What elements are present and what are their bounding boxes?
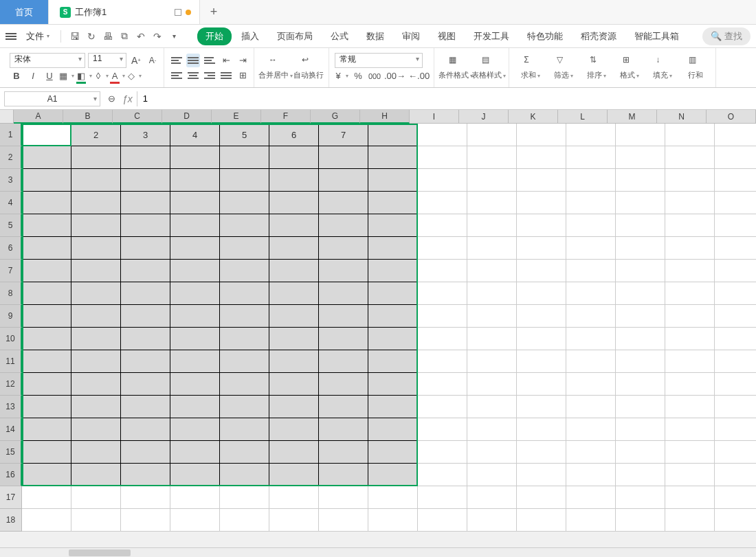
cell[interactable] [467,214,517,237]
cell[interactable] [269,464,319,486]
cell[interactable] [566,486,616,509]
col-head-F[interactable]: F [261,110,311,124]
cell[interactable] [715,373,756,396]
cell[interactable] [71,192,121,214]
cell[interactable] [665,464,715,486]
cell[interactable] [566,169,616,192]
col-head-H[interactable]: H [360,110,410,124]
cell[interactable] [319,464,368,486]
cell[interactable] [517,350,566,373]
cell[interactable] [71,146,121,169]
cell[interactable] [71,464,121,486]
row-head-7[interactable]: 7 [0,260,22,282]
table-style-button[interactable]: ▤ 表格样式 [473,49,504,86]
cell[interactable] [715,260,756,282]
cell[interactable] [368,260,418,282]
cell[interactable] [121,509,170,532]
row-head-10[interactable]: 10 [0,328,22,350]
cell[interactable] [368,418,418,441]
cell[interactable] [22,373,71,396]
cell[interactable] [121,441,170,464]
conditional-format-button[interactable]: ▦ 条件格式 [440,49,471,86]
cell[interactable] [715,350,756,373]
row-head-9[interactable]: 9 [0,305,22,328]
col-head-A[interactable]: A [14,110,63,124]
cell[interactable] [121,418,170,441]
cell[interactable] [319,328,368,350]
cell[interactable] [616,486,665,509]
cell[interactable] [170,373,220,396]
cell[interactable]: 5 [220,124,269,146]
col-head-C[interactable]: C [113,110,162,124]
cell[interactable] [269,373,319,396]
cell[interactable] [170,441,220,464]
chevron-down-icon[interactable]: ▾ [167,30,181,43]
cell[interactable] [418,486,467,509]
cell[interactable] [368,192,418,214]
cell[interactable] [616,441,665,464]
cell[interactable] [715,464,756,486]
ribbon-tab-start[interactable]: 开始 [197,27,232,45]
cell[interactable] [71,214,121,237]
cell[interactable] [715,509,756,532]
cell[interactable] [467,350,517,373]
ribbon-tab-review[interactable]: 审阅 [394,27,428,45]
col-head-M[interactable]: M [608,110,657,124]
cell[interactable] [22,282,71,305]
font-size-select[interactable]: 11 [88,53,126,68]
cell[interactable] [170,305,220,328]
cell[interactable] [22,418,71,441]
cell[interactable] [467,282,517,305]
cell[interactable] [121,214,170,237]
cell[interactable] [220,305,269,328]
cell[interactable] [220,441,269,464]
comma-button[interactable]: 000 [368,69,381,83]
cell[interactable] [665,509,715,532]
cell[interactable] [319,146,368,169]
cell[interactable] [665,305,715,328]
cell[interactable] [220,464,269,486]
cell[interactable] [418,350,467,373]
cell[interactable] [220,418,269,441]
cell[interactable] [467,260,517,282]
cell[interactable] [715,192,756,214]
sum-button[interactable]: Σ 求和 [515,49,546,86]
cell[interactable] [220,373,269,396]
cell[interactable] [368,396,418,418]
cell[interactable] [121,350,170,373]
cell[interactable] [269,328,319,350]
row-head-5[interactable]: 5 [0,214,22,237]
ribbon-tab-data[interactable]: 数据 [358,27,392,45]
cell[interactable] [319,509,368,532]
cell[interactable] [566,282,616,305]
font-name-select[interactable]: 宋体 [10,53,85,68]
cell[interactable] [566,237,616,260]
rowcol-button[interactable]: ▥ 行和 [680,49,711,86]
cell[interactable] [22,350,71,373]
cell[interactable] [566,509,616,532]
cell[interactable] [616,237,665,260]
cell[interactable] [616,169,665,192]
cell[interactable] [22,464,71,486]
cell[interactable] [517,486,566,509]
cell[interactable] [418,509,467,532]
bold-button[interactable]: B [10,69,23,83]
cell[interactable] [418,373,467,396]
cell[interactable] [368,350,418,373]
hamburger-icon[interactable] [5,33,16,40]
font-decrease-icon[interactable]: A- [146,54,159,67]
font-increase-icon[interactable]: A+ [129,54,143,67]
cell[interactable] [517,373,566,396]
cell[interactable] [616,396,665,418]
cell[interactable] [71,328,121,350]
cell[interactable] [616,464,665,486]
ribbon-tab-docer[interactable]: 稻壳资源 [572,27,625,45]
tab-unsaved-dot-icon[interactable] [186,10,191,15]
cell[interactable] [517,169,566,192]
cell[interactable] [269,214,319,237]
cell[interactable] [665,328,715,350]
cell[interactable] [517,192,566,214]
cell[interactable] [121,305,170,328]
cell[interactable] [616,350,665,373]
indent-decrease-icon[interactable]: ⇤ [219,54,233,67]
